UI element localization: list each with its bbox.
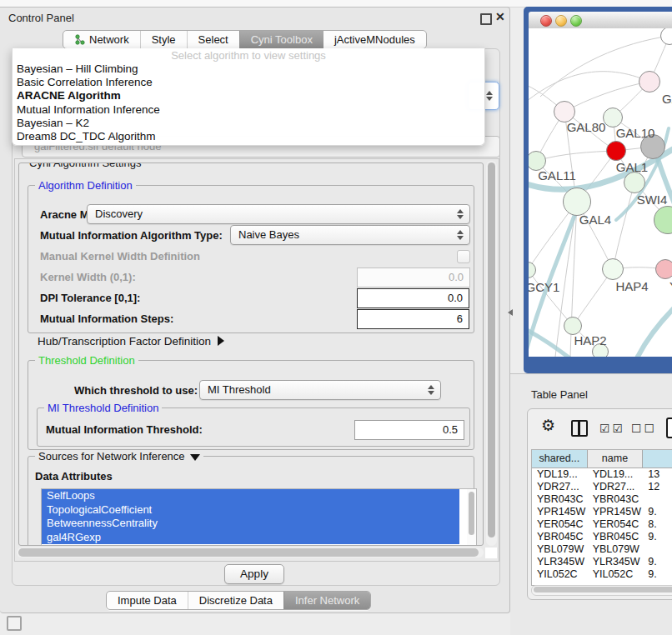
algorithm-option[interactable]: Bayesian – K2 [13,117,484,130]
algorithm-option[interactable]: Basic Correlation Inference [13,76,484,89]
mi-steps-field[interactable]: 6 [357,309,469,329]
mi-type-label: Mutual Information Algorithm Type: [40,229,223,242]
minimize-traffic-light-icon[interactable] [555,15,567,27]
table-cell: YBL079W [532,543,588,556]
tab-cyni-toolbox[interactable]: Cyni Toolbox [239,31,323,48]
dpi-tolerance-field[interactable]: 0.0 [357,288,469,308]
apply-button[interactable]: Apply [224,564,284,584]
mi-type-combo[interactable]: Naive Bayes [230,225,470,245]
table-cell: YBR045C [532,531,588,543]
deselect-all-icon[interactable]: ☐☐ [631,422,657,435]
panel-grip-icon[interactable] [7,616,22,631]
table-horizontal-scrollbar[interactable] [531,585,672,596]
table-body: YDL19...YDL19...13YDR27...YDR27...12YBR0… [532,468,672,581]
tab-style[interactable]: Style [140,31,187,48]
sources-title[interactable]: Sources for Network Inference [35,450,203,462]
kernel-width-field[interactable]: 0.0 [357,268,470,288]
select-all-icon[interactable]: ☑☑ [599,422,625,435]
tab-network[interactable]: Network [63,31,140,48]
network-node-label: GAL11 [538,168,576,182]
which-threshold-combo[interactable]: MI Threshold [199,380,441,400]
combo-arrows-icon [485,82,494,109]
data-attribute-item[interactable]: gal4RGexp [42,531,459,545]
table-column-header[interactable]: shared... [532,450,588,468]
manual-kernel-checkbox[interactable] [457,250,470,263]
network-node-label: GAL1 [616,160,648,174]
hub-definition-toggle[interactable]: Hub/Transcription Factor Definition [38,335,224,348]
table-cell: 13 [643,468,672,481]
table-row[interactable]: YBR043CYBR043C [532,493,672,506]
float-window-icon[interactable] [480,13,492,25]
network-node-label: GAL10 [616,126,655,140]
tab-discretize-data[interactable]: Discretize Data [188,592,283,609]
collapse-arrow-icon [190,454,200,461]
network-node[interactable] [603,108,623,128]
algorithm-option[interactable]: Mutual Information Inference [13,103,484,117]
network-node[interactable] [655,259,672,279]
tab-impute-data[interactable]: Impute Data [107,592,188,609]
network-node-label: SWI4 [637,192,668,207]
table-row[interactable]: YLR345WYLR345W9. [532,556,672,568]
table-cell: 9. [643,568,672,581]
table-cell: YDR27... [532,481,588,493]
table-row[interactable]: YBL079WYBL079W [532,543,672,556]
table-column-header[interactable]: name [588,450,644,468]
table-row[interactable]: YPR145WYPR145W9. [532,506,672,518]
algorithm-dropdown: Select algorithm to view settings Bayesi… [12,48,485,146]
close-icon[interactable]: ✕ [495,10,505,23]
gear-icon[interactable]: ⚙ [541,416,555,435]
table-row[interactable]: YER054CYER054C8. [532,518,672,531]
network-node-label: HAP4 [615,279,648,293]
tab-select[interactable]: Select [187,31,239,48]
algorithm-option[interactable]: Dream8 DC_TDC Algorithm [13,130,484,143]
mi-threshold-label: Mutual Information Threshold: [46,423,203,436]
tab-network-label: Network [89,33,129,46]
table-cell: YPR145W [532,506,588,518]
table-row[interactable]: YBR045CYBR045C9. [532,531,672,543]
data-attribute-item[interactable]: BetweennessCentrality [42,517,459,531]
tab-infer-network[interactable]: Infer Network [283,592,370,609]
table-cell: YBR045C [588,531,644,543]
network-canvas[interactable]: GALGAL80GAL10GAL1GAL11SWI4GAL4GCY1HAP4YH… [529,28,672,357]
data-attributes-label: Data Attributes [35,470,113,482]
tab-jactivemnodules[interactable]: jActiveMNodules [323,31,426,48]
network-view-window: GALGAL80GAL10GAL1GAL11SWI4GAL4GCY1HAP4YH… [524,7,672,373]
column-layout-icon[interactable] [571,420,588,437]
mi-threshold-group: MI Threshold Definition Mutual Informati… [37,408,470,447]
settings-horizontal-scrollbar[interactable] [17,548,484,558]
settings-vertical-scrollbar[interactable] [486,161,497,546]
aracne-mode-combo[interactable]: Discovery [87,204,470,224]
data-attribute-item[interactable]: SelfLoops [42,489,459,503]
network-node[interactable] [602,258,624,280]
mi-threshold-field[interactable]: 0.5 [354,420,464,440]
table-row[interactable]: YDL19...YDL19...13 [532,468,672,481]
network-node-label: GAL80 [567,120,606,134]
sources-title-label: Sources for Network Inference [38,450,185,462]
network-node[interactable] [624,172,645,193]
splitter-collapse-arrow[interactable] [508,309,513,316]
table-cell: YLR345W [532,556,588,568]
algorithm-option[interactable]: ARACNE Algorithm [13,89,484,102]
node-table: shared...name YDL19...YDL19...13YDR27...… [531,449,672,586]
tab-infer-network-label: Infer Network [295,594,359,607]
network-window-titlebar[interactable] [529,12,672,29]
settings-scrollpane: Cyni Algorithm Settings Algorithm Defini… [14,158,499,562]
combo-arrows-icon [427,381,435,399]
list-scrollbar[interactable] [467,489,476,546]
zoom-traffic-light-icon[interactable] [570,15,582,27]
algorithm-option[interactable]: Bayesian – Hill Climbing [13,62,484,76]
close-traffic-light-icon[interactable] [540,15,552,27]
document-icon[interactable] [666,418,672,438]
table-row[interactable]: YIL052CYIL052C9. [532,568,672,581]
table-column-header[interactable] [643,450,672,468]
table-row[interactable]: YDR27...YDR27...12 [532,481,672,493]
cyni-algorithm-settings-group: Cyni Algorithm Settings Algorithm Defini… [18,162,484,546]
table-cell: YBR043C [532,493,588,506]
table-cell: 9. [643,531,672,543]
expand-arrow-icon [218,336,224,346]
network-node-label: GAL [662,92,672,106]
network-node[interactable] [606,141,626,161]
table-cell: YBL079W [588,543,644,556]
network-node[interactable] [639,71,660,92]
data-attribute-item[interactable]: TopologicalCoefficient [42,503,459,518]
